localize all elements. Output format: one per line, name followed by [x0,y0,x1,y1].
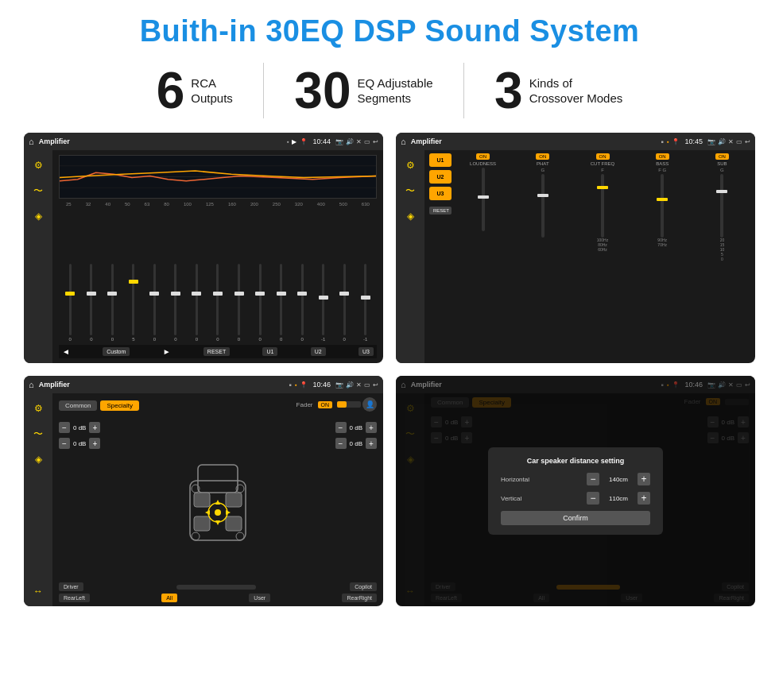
vol-minus-br[interactable]: − [335,438,347,449]
minimize-icon-3[interactable]: ▭ [364,381,370,389]
back-icon-3[interactable]: ↩ [373,381,378,389]
home-icon[interactable]: ⌂ [29,137,34,146]
vertical-stepper[interactable]: − 110cm + [587,492,650,505]
screens-grid: ⌂ Amplifier ● ▶ 📍 10:44 📷 🔊 ✕ ▭ ↩ ⚙ 〜 [24,133,755,606]
vol-top-right: − 0 dB + [335,422,377,433]
copilot-btn[interactable]: Copilot [350,582,377,591]
horizontal-stepper[interactable]: − 140cm + [587,473,650,485]
crossover-speaker-icon[interactable]: ◈ [401,207,419,225]
sub-on[interactable]: ON [715,153,729,160]
phat-on[interactable]: ON [536,153,549,160]
vol-minus-tr[interactable]: − [335,422,347,433]
eq-custom-btn[interactable]: Custom [103,347,130,356]
eq-topbar-play: ▶ [292,138,296,145]
car-diagram [105,422,330,579]
horizontal-plus[interactable]: + [638,473,650,485]
vol-val-bl: 0 dB [73,440,86,447]
eq-content: 253240506380100125160200250320400500630 … [52,150,383,363]
vol-plus-tr[interactable]: + [366,422,377,433]
dialog-overlay: Car speaker distance setting Horizontal … [396,376,755,606]
channel-cutfreq: ON CUT FREQ F 100Hz 80Hz 60Hz [574,153,630,360]
tab-specialty[interactable]: Specialty [100,400,138,411]
cutfreq-on[interactable]: ON [596,153,610,160]
eq-u1-btn[interactable]: U1 [262,347,277,356]
vol-minus-tl[interactable]: − [59,422,70,433]
balance-arrows-icon[interactable]: ↔ [29,582,47,600]
loudness-label: LOUDNESS [470,161,496,166]
driver-btn[interactable]: Driver [59,582,83,591]
user-btn[interactable]: User [249,594,270,602]
eq-sidebar: ⚙ 〜 ◈ [24,150,52,363]
sub-slider[interactable] [720,174,723,238]
back-icon-2[interactable]: ↩ [745,138,750,145]
channel-loudness: ON LOUDNESS [455,153,511,360]
svg-point-11 [215,509,221,516]
rearleft-btn[interactable]: RearLeft [59,594,90,602]
dialog-vertical-row: Vertical − 110cm + [501,492,650,505]
camera-icon: 📷 [335,138,343,145]
preset-u2[interactable]: U2 [429,170,452,184]
eq-reset-btn[interactable]: RESET [203,347,230,356]
loudness-on[interactable]: ON [476,153,490,160]
close-icon[interactable]: ✕ [356,138,362,145]
horizontal-minus[interactable]: − [587,473,599,485]
minimize-icon-2[interactable]: ▭ [736,138,742,145]
close-icon-2[interactable]: ✕ [728,138,734,145]
dialog-box: Car speaker distance setting Horizontal … [488,447,663,535]
balance-main: − 0 dB + − 0 dB + [59,422,377,579]
preset-u1[interactable]: U1 [429,153,452,167]
bass-on[interactable]: ON [656,153,669,160]
vertical-plus[interactable]: + [638,492,650,505]
balance-wave-icon[interactable]: 〜 [29,425,47,443]
confirm-button[interactable]: Confirm [501,511,650,525]
svg-rect-7 [226,493,242,507]
location-icon: 📍 [300,138,308,145]
vertical-minus[interactable]: − [587,492,599,505]
balance-bottom-row2: RearLeft All User RearRight [59,594,377,602]
balance-speaker-icon[interactable]: ◈ [29,451,47,468]
loudness-slider[interactable] [482,168,485,231]
phat-slider[interactable] [541,174,545,238]
eq-prev[interactable]: ◄ [62,347,70,356]
all-btn[interactable]: All [161,594,177,602]
crossover-eq-icon[interactable]: ⚙ [401,157,419,174]
eq-u2-btn[interactable]: U2 [311,347,326,356]
preset-u3[interactable]: U3 [429,187,452,200]
back-icon[interactable]: ↩ [373,138,378,145]
balance-eq-icon[interactable]: ⚙ [29,400,47,417]
fader-row: Fader ON 👤 [296,397,377,412]
crossover-reset[interactable]: RESET [429,207,452,215]
tab-common[interactable]: Common [59,400,97,411]
crossover-screen-title: Amplifier [411,137,658,145]
eq-u3-btn[interactable]: U3 [358,347,374,356]
channel-phat: ON PHAT G [514,153,571,360]
page-title: Buith-in 30EQ DSP Sound System [24,14,755,48]
eq-icon[interactable]: ⚙ [29,157,47,174]
speaker-icon[interactable]: ◈ [29,207,47,225]
rearright-btn[interactable]: RearRight [342,594,377,602]
vol-plus-br[interactable]: + [366,438,377,449]
minimize-icon[interactable]: ▭ [364,138,370,145]
stat-crossover-desc: Kinds ofCrossover Modes [529,75,623,106]
vol-minus-bl[interactable]: − [59,438,70,449]
svg-point-18 [192,532,200,540]
bass-slider[interactable] [661,174,664,238]
crossover-wave-icon[interactable]: 〜 [401,182,419,199]
wave-icon[interactable]: 〜 [29,182,47,199]
fader-knob[interactable]: 👤 [362,397,377,412]
vol-plus-bl[interactable]: + [89,438,100,449]
eq-next[interactable]: ► [163,347,171,356]
vol-val-br: 0 dB [350,440,362,447]
eq-freq-labels: 253240506380100125160200250320400500630 [59,202,377,207]
fader-on-btn[interactable]: ON [318,401,333,408]
close-icon-3[interactable]: ✕ [356,381,362,389]
vol-plus-tl[interactable]: + [89,422,100,433]
dialog-title: Car speaker distance setting [501,457,650,465]
cutfreq-slider[interactable] [601,174,604,238]
home-icon-2[interactable]: ⌂ [401,137,406,146]
location-icon-3: 📍 [300,381,308,389]
vol-top-left: − 0 dB + [59,422,100,433]
home-icon-3[interactable]: ⌂ [29,380,34,389]
location-icon-2: 📍 [672,138,680,145]
svg-marker-15 [226,510,231,515]
